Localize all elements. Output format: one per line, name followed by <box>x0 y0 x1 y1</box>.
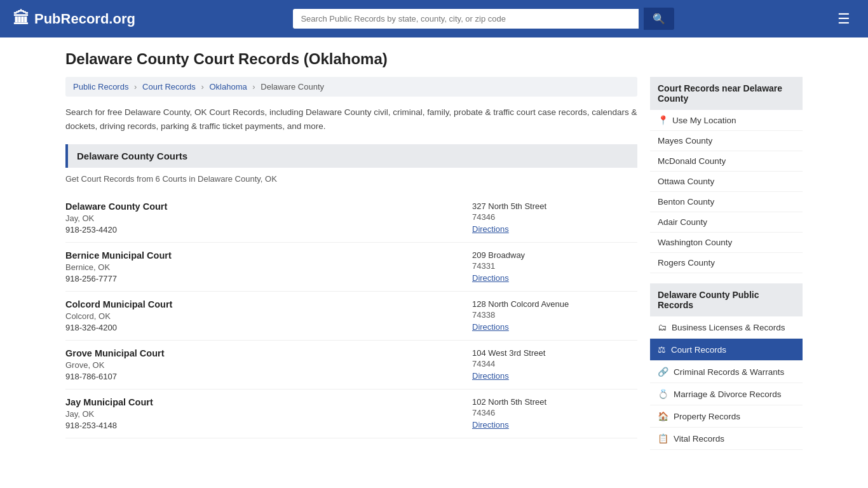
breadcrumb-sep-1: › <box>134 82 137 92</box>
content-layout: Public Records › Court Records › Oklahom… <box>65 77 803 455</box>
directions-link-4[interactable]: Directions <box>472 420 509 430</box>
court-entry-1: Bernice Municipal Court Bernice, OK 918-… <box>65 243 637 292</box>
sidebar-item-rogers[interactable]: Rogers County <box>650 253 803 273</box>
court-entry-4: Jay Municipal Court Jay, OK 918-253-4148… <box>65 390 637 438</box>
menu-icon: ☰ <box>837 11 850 27</box>
court-left-3: Grove Municipal Court Grove, OK 918-786-… <box>65 348 472 381</box>
record-icon-1: ⚖ <box>658 344 666 355</box>
court-name-1: Bernice Municipal Court <box>65 250 472 261</box>
main-wrapper: Delaware County Court Records (Oklahoma)… <box>53 37 815 468</box>
court-address-2: 128 North Colcord Avenue <box>472 299 637 309</box>
sidebar-nearby-list: 📍 Use My Location Mayes County McDonald … <box>650 110 803 273</box>
court-city-3: Grove, OK <box>65 360 472 370</box>
courts-list: Delaware County Court Jay, OK 918-253-44… <box>65 194 637 438</box>
directions-link-0[interactable]: Directions <box>472 224 509 234</box>
logo[interactable]: 🏛 PubRecord.org <box>13 9 135 29</box>
breadcrumb: Public Records › Court Records › Oklahom… <box>65 77 637 97</box>
court-right-4: 102 North 5th Street 74346 Directions <box>472 397 637 430</box>
record-link-4[interactable]: Property Records <box>674 412 740 421</box>
sidebar-item-ottawa[interactable]: Ottawa County <box>650 172 803 192</box>
court-left-1: Bernice Municipal Court Bernice, OK 918-… <box>65 250 472 283</box>
record-type-item-0[interactable]: 🗂 Business Licenses & Records <box>650 316 803 339</box>
court-phone-4: 918-253-4148 <box>65 421 472 430</box>
logo-icon: 🏛 <box>13 9 29 29</box>
record-link-3[interactable]: Marriage & Divorce Records <box>674 390 782 399</box>
record-type-item-1[interactable]: ⚖ Court Records <box>650 339 803 361</box>
sidebar-nearby-header: Court Records near Delaware County <box>650 77 803 110</box>
record-type-item-4[interactable]: 🏠 Property Records <box>650 405 803 428</box>
court-right-0: 327 North 5th Street 74346 Directions <box>472 201 637 234</box>
search-icon: 🔍 <box>653 13 665 24</box>
main-column: Public Records › Court Records › Oklahom… <box>65 77 637 455</box>
sidebar-item-adair[interactable]: Adair County <box>650 212 803 233</box>
sidebar-records-list: 🗂 Business Licenses & Records ⚖ Court Re… <box>650 316 803 450</box>
court-right-3: 104 West 3rd Street 74344 Directions <box>472 348 637 381</box>
search-input[interactable] <box>293 9 639 29</box>
breadcrumb-sep-2: › <box>201 82 203 92</box>
court-entry-0: Delaware County Court Jay, OK 918-253-44… <box>65 194 637 243</box>
breadcrumb-current: Delaware County <box>261 82 324 92</box>
record-icon-2: 🔗 <box>658 367 668 377</box>
court-phone-3: 918-786-6107 <box>65 372 472 381</box>
courts-section-header: Delaware County Courts <box>65 144 637 168</box>
court-left-4: Jay Municipal Court Jay, OK 918-253-4148 <box>65 397 472 430</box>
court-name-3: Grove Municipal Court <box>65 348 472 358</box>
sidebar: Court Records near Delaware County 📍 Use… <box>650 77 803 455</box>
breadcrumb-link-court-records[interactable]: Court Records <box>142 82 196 92</box>
use-location-item[interactable]: 📍 Use My Location <box>650 110 803 131</box>
court-address-1: 209 Broadway <box>472 250 637 260</box>
court-left-0: Delaware County Court Jay, OK 918-253-44… <box>65 201 472 234</box>
pin-icon: 📍 <box>658 115 668 125</box>
sidebar-item-mcdonald[interactable]: McDonald County <box>650 151 803 172</box>
menu-button[interactable]: ☰ <box>832 8 855 30</box>
court-city-4: Jay, OK <box>65 409 472 419</box>
directions-link-1[interactable]: Directions <box>472 273 509 283</box>
sidebar-item-washington[interactable]: Washington County <box>650 233 803 253</box>
record-icon-4: 🏠 <box>658 411 668 421</box>
court-zip-2: 74338 <box>472 310 637 320</box>
header: 🏛 PubRecord.org 🔍 ☰ <box>0 0 868 37</box>
record-type-item-2[interactable]: 🔗 Criminal Records & Warrants <box>650 361 803 383</box>
court-address-4: 102 North 5th Street <box>472 397 637 407</box>
court-zip-3: 74344 <box>472 359 637 369</box>
record-link-5[interactable]: Vital Records <box>674 434 724 444</box>
court-entry-2: Colcord Municipal Court Colcord, OK 918-… <box>65 292 637 341</box>
record-type-item-5[interactable]: 📋 Vital Records <box>650 428 803 450</box>
court-zip-4: 74346 <box>472 408 637 417</box>
court-left-2: Colcord Municipal Court Colcord, OK 918-… <box>65 299 472 332</box>
court-name-2: Colcord Municipal Court <box>65 299 472 309</box>
page-title: Delaware County Court Records (Oklahoma) <box>65 50 803 68</box>
record-icon-5: 📋 <box>658 433 668 444</box>
record-type-item-3[interactable]: 💍 Marriage & Divorce Records <box>650 383 803 405</box>
record-link-2[interactable]: Criminal Records & Warrants <box>674 367 784 377</box>
court-city-2: Colcord, OK <box>65 311 472 321</box>
court-phone-1: 918-256-7777 <box>65 274 472 283</box>
court-name-0: Delaware County Court <box>65 201 472 212</box>
search-area: 🔍 <box>293 8 674 30</box>
breadcrumb-link-public-records[interactable]: Public Records <box>73 82 128 92</box>
court-address-0: 327 North 5th Street <box>472 201 637 211</box>
court-entry-3: Grove Municipal Court Grove, OK 918-786-… <box>65 341 637 390</box>
court-city-1: Bernice, OK <box>65 262 472 272</box>
record-icon-3: 💍 <box>658 389 668 399</box>
breadcrumb-sep-3: › <box>252 82 255 92</box>
court-right-2: 128 North Colcord Avenue 74338 Direction… <box>472 299 637 332</box>
record-link-1[interactable]: Court Records <box>671 345 726 355</box>
court-address-3: 104 West 3rd Street <box>472 348 637 358</box>
directions-link-2[interactable]: Directions <box>472 322 509 332</box>
use-location-link[interactable]: Use My Location <box>672 116 736 125</box>
record-link-0[interactable]: Business Licenses & Records <box>672 323 785 332</box>
record-icon-0: 🗂 <box>658 322 667 332</box>
sidebar-records-header: Delaware County Public Records <box>650 283 803 316</box>
logo-text: PubRecord.org <box>34 11 135 27</box>
court-zip-0: 74346 <box>472 212 637 222</box>
court-city-0: Jay, OK <box>65 214 472 223</box>
directions-link-3[interactable]: Directions <box>472 371 509 381</box>
intro-text: Search for free Delaware County, OK Cour… <box>65 105 637 133</box>
sidebar-item-benton[interactable]: Benton County <box>650 192 803 212</box>
court-zip-1: 74331 <box>472 261 637 271</box>
court-phone-2: 918-326-4200 <box>65 323 472 332</box>
search-button[interactable]: 🔍 <box>644 8 674 30</box>
sidebar-item-mayes[interactable]: Mayes County <box>650 131 803 151</box>
breadcrumb-link-oklahoma[interactable]: Oklahoma <box>209 82 247 92</box>
